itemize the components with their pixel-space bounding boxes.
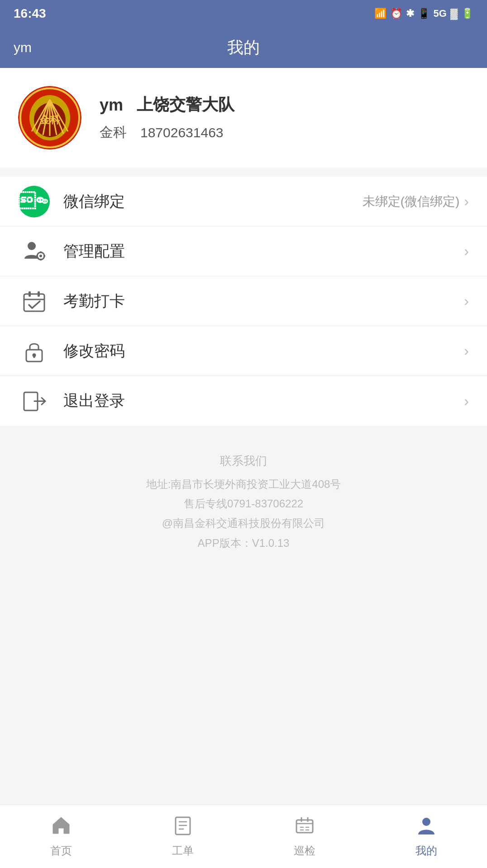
menu-label-password: 修改密码 xyxy=(63,341,464,362)
contact-hotline: 售后专线0791-83706222 xyxy=(18,494,469,513)
menu-right-wechat: 未绑定(微信绑定) › xyxy=(363,193,469,210)
menu-item-manage-config[interactable]: 管理配置 › xyxy=(0,227,487,276)
menu-label-wechat: 微信绑定 xyxy=(63,191,363,212)
svg-point-15 xyxy=(41,199,42,200)
chevron-password: › xyxy=(464,342,469,359)
menu-label-attendance: 考勤打卡 xyxy=(63,291,464,312)
wechat-status-text: 未绑定(微信绑定) xyxy=(363,193,460,210)
contact-section: 联系我们 地址:南昌市长埂外商投资工业大道408号 售后专线0791-83706… xyxy=(0,426,487,571)
contact-title: 联系我们 xyxy=(18,453,469,469)
nav-item-home[interactable]: 首页 xyxy=(0,805,122,868)
menu-right-attendance: › xyxy=(464,293,469,309)
manage-icon xyxy=(18,236,50,267)
chevron-manage: › xyxy=(464,243,469,260)
page-title: 我的 xyxy=(227,37,260,59)
menu-item-change-password[interactable]: 修改密码 › xyxy=(0,326,487,376)
page-header: ym 我的 xyxy=(0,27,487,68)
chevron-logout: › xyxy=(464,393,469,410)
profile-section: 金科 ym 上饶交警大队 金科 18702631463 xyxy=(0,68,487,168)
profile-company: 金科 xyxy=(100,123,127,142)
svg-rect-23 xyxy=(36,255,38,257)
chevron-wechat: › xyxy=(464,193,469,210)
nav-item-mine[interactable]: 我的 xyxy=(365,805,487,868)
svg-rect-31 xyxy=(33,355,35,358)
menu-item-logout[interactable]: 退出登录 › xyxy=(0,376,487,426)
svg-text:金科: 金科 xyxy=(39,114,60,125)
menu-section:  微信绑定 未绑定(微信绑定) › xyxy=(0,177,487,426)
profile-unit: 上饶交警大队 xyxy=(137,94,234,116)
profile-detail-row: 金科 18702631463 xyxy=(100,123,469,142)
menu-right-password: › xyxy=(464,342,469,359)
nav-label-home: 首页 xyxy=(50,844,72,858)
profile-phone: 18702631463 xyxy=(140,125,224,140)
profile-info: ym 上饶交警大队 金科 18702631463 xyxy=(100,94,469,142)
contact-company: @南昌金科交通科技股份有限公司 xyxy=(18,513,469,533)
svg-rect-25 xyxy=(24,294,44,311)
nav-label-patrol: 巡检 xyxy=(294,844,315,858)
patrol-icon xyxy=(295,815,315,840)
svg-point-16 xyxy=(43,201,44,202)
menu-label-logout: 退出登录 xyxy=(63,391,464,411)
status-bar: 16:43 📶 ⏰ ✱ 📱 5G ▓ 🔋 xyxy=(0,0,487,27)
status-icons: 📶 ⏰ ✱ 📱 5G ▓ 🔋 xyxy=(374,8,473,19)
wechat-icon:  xyxy=(18,186,50,217)
svg-rect-28 xyxy=(38,291,40,297)
menu-item-wechat-bind[interactable]:  微信绑定 未绑定(微信绑定) › xyxy=(0,177,487,227)
menu-item-attendance[interactable]: 考勤打卡 › xyxy=(0,276,487,326)
bottom-nav: 首页 工单 巡检 xyxy=(0,805,487,868)
svg-rect-27 xyxy=(29,291,31,297)
svg-point-13 xyxy=(42,198,48,203)
svg-point-46 xyxy=(422,818,430,826)
menu-label-manage: 管理配置 xyxy=(63,241,464,262)
svg-rect-22 xyxy=(40,259,42,260)
svg-point-18 xyxy=(28,242,36,250)
svg-point-20 xyxy=(39,255,42,257)
svg-rect-24 xyxy=(43,255,45,257)
header-back-text: ym xyxy=(14,40,32,55)
status-time: 16:43 xyxy=(14,6,46,21)
logout-icon xyxy=(18,385,50,417)
nav-item-workorder[interactable]: 工单 xyxy=(122,805,244,868)
nav-item-patrol[interactable]: 巡检 xyxy=(244,805,365,868)
svg-rect-38 xyxy=(296,820,313,833)
menu-right-logout: › xyxy=(464,393,469,410)
workorder-icon xyxy=(173,815,193,840)
svg-rect-21 xyxy=(40,251,42,253)
attendance-icon xyxy=(18,285,50,317)
contact-details: 地址:南昌市长埂外商投资工业大道408号 售后专线0791-83706222 @… xyxy=(18,474,469,553)
profile-name-row: ym 上饶交警大队 xyxy=(100,94,469,116)
menu-right-manage: › xyxy=(464,243,469,260)
contact-address: 地址:南昌市长埂外商投资工业大道408号 xyxy=(18,474,469,494)
svg-point-14 xyxy=(38,199,39,200)
lock-icon xyxy=(18,335,50,367)
chevron-attendance: › xyxy=(464,293,469,309)
contact-version: APP版本：V1.0.13 xyxy=(18,533,469,553)
avatar: 金科 xyxy=(18,86,81,149)
profile-username: ym xyxy=(100,96,123,115)
mine-icon xyxy=(416,815,436,840)
svg-point-17 xyxy=(45,201,46,202)
nav-label-workorder: 工单 xyxy=(172,844,194,858)
home-icon xyxy=(51,815,71,840)
nav-label-mine: 我的 xyxy=(415,844,437,858)
